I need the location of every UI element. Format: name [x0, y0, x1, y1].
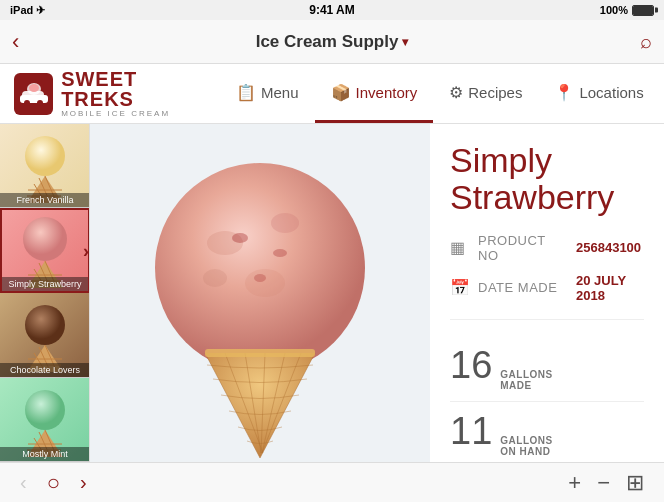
tab-menu[interactable]: 📋 Menu — [220, 64, 315, 123]
stats-section: 16 GALLONS MADE 11 GALLONS ON HAND 12% M… — [450, 336, 644, 462]
svg-point-39 — [232, 233, 248, 243]
mint-label: Mostly Mint — [0, 447, 90, 461]
menu-tab-label: Menu — [261, 84, 299, 101]
product-name: Simply Strawberry — [450, 142, 644, 217]
grid-button[interactable]: ⊞ — [626, 470, 644, 496]
nav-bar: ‹ Ice Cream Supply ▾ ⌕ — [0, 20, 664, 64]
gallons-made-row: 16 GALLONS MADE — [450, 336, 644, 402]
date-made-label: DATE MADE — [478, 280, 568, 295]
svg-point-34 — [155, 163, 365, 373]
svg-point-3 — [37, 100, 43, 106]
product-no-row: ▦ PRODUCT NO 256843100 — [450, 233, 644, 263]
product-name-line2: Strawberry — [450, 178, 614, 216]
logo-icon — [14, 73, 53, 115]
recipes-tab-label: Recipes — [468, 84, 522, 101]
product-no-icon: ▦ — [450, 238, 470, 257]
tab-locations[interactable]: 📍 Locations — [538, 64, 659, 123]
inventory-tab-label: Inventory — [356, 84, 418, 101]
svg-rect-50 — [205, 349, 315, 357]
svg-point-41 — [254, 274, 266, 282]
app-tagline: MOBILE ICE CREAM — [61, 109, 206, 118]
menu-tab-icon: 📋 — [236, 83, 256, 102]
svg-point-6 — [25, 136, 65, 176]
locations-tab-icon: 📍 — [554, 83, 574, 102]
svg-point-38 — [203, 269, 227, 287]
sidebar-item-chocolate-lovers[interactable]: Chocolate Lovers — [0, 293, 90, 377]
product-meta: ▦ PRODUCT NO 256843100 📅 DATE MADE 20 JU… — [450, 233, 644, 320]
app-name: SWEET TREKS — [61, 69, 206, 109]
tab-inventory[interactable]: 📦 Inventory — [315, 64, 434, 123]
gallons-on-hand-unit-2: ON HAND — [500, 446, 552, 457]
date-made-icon: 📅 — [450, 278, 470, 297]
nav-tabs: 📋 Menu 📦 Inventory ⚙ Recipes 📍 Locations — [220, 64, 664, 123]
recipes-tab-icon: ⚙ — [449, 83, 463, 102]
product-name-line1: Simply — [450, 141, 552, 179]
svg-marker-42 — [205, 353, 315, 458]
nav-title-dropdown-icon[interactable]: ▾ — [402, 35, 408, 49]
detail-panel: Simply Strawberry ▦ PRODUCT NO 256843100… — [430, 124, 664, 462]
toolbar-actions: + − ⊞ — [568, 470, 644, 496]
active-arrow-icon: › — [83, 240, 89, 261]
home-nav-button[interactable]: ○ — [47, 470, 60, 496]
svg-rect-1 — [20, 95, 48, 103]
sidebar: French Vanilla Simply Strawberry › — [0, 124, 90, 462]
vanilla-label: French Vanilla — [0, 193, 90, 207]
product-no-label: PRODUCT NO — [478, 233, 568, 263]
toolbar-nav: ‹ ○ › — [20, 470, 87, 496]
logo-section: SWEET TREKS MOBILE ICE CREAM — [0, 69, 220, 118]
back-nav-button[interactable]: ‹ — [20, 471, 27, 494]
locations-tab-label: Locations — [579, 84, 643, 101]
svg-point-5 — [29, 84, 39, 92]
inventory-tab-icon: 📦 — [331, 83, 351, 102]
gallons-on-hand-unit: GALLONS ON HAND — [500, 435, 552, 457]
sidebar-item-french-vanilla[interactable]: French Vanilla — [0, 124, 90, 208]
gallons-made-unit: GALLONS MADE — [500, 369, 552, 391]
logo-text: SWEET TREKS MOBILE ICE CREAM — [61, 69, 206, 118]
search-button[interactable]: ⌕ — [640, 30, 652, 53]
forward-nav-button[interactable]: › — [80, 471, 87, 494]
svg-point-36 — [271, 213, 299, 233]
sidebar-item-simply-strawberry[interactable]: Simply Strawberry › — [0, 208, 90, 293]
svg-point-13 — [23, 217, 67, 261]
gallons-on-hand-row: 11 GALLONS ON HAND — [450, 402, 644, 462]
status-time: 9:41 AM — [309, 3, 355, 17]
svg-point-2 — [24, 100, 30, 106]
battery-icon — [632, 5, 654, 16]
gallons-made-unit-2: MADE — [500, 380, 552, 391]
chocolate-label: Chocolate Lovers — [0, 363, 90, 377]
gallons-on-hand-unit-1: GALLONS — [500, 435, 552, 446]
date-made-value: 20 JULY 2018 — [576, 273, 644, 303]
sidebar-item-mostly-mint[interactable]: Mostly Mint — [0, 378, 90, 462]
product-image-area — [90, 124, 430, 462]
back-button[interactable]: ‹ — [12, 29, 19, 55]
logo-bar: SWEET TREKS MOBILE ICE CREAM 📋 Menu 📦 In… — [0, 64, 664, 124]
battery-percent: 100% — [600, 4, 628, 16]
svg-point-20 — [25, 305, 65, 345]
gallons-on-hand-value: 11 — [450, 412, 492, 450]
product-image — [105, 124, 415, 462]
nav-title: Ice Cream Supply ▾ — [256, 32, 409, 52]
status-left: iPad ✈ — [10, 4, 45, 17]
strawberry-label: Simply Strawberry — [2, 277, 88, 291]
minus-button[interactable]: − — [597, 470, 610, 496]
date-made-row: 📅 DATE MADE 20 JULY 2018 — [450, 273, 644, 303]
tab-recipes[interactable]: ⚙ Recipes — [433, 64, 538, 123]
signal-icon: iPad ✈ — [10, 4, 45, 17]
product-no-value: 256843100 — [576, 240, 641, 255]
nav-title-text: Ice Cream Supply — [256, 32, 399, 52]
gallons-made-unit-1: GALLONS — [500, 369, 552, 380]
svg-point-27 — [25, 390, 65, 430]
gallons-made-value: 16 — [450, 346, 492, 384]
bottom-toolbar: ‹ ○ › + − ⊞ — [0, 462, 664, 502]
status-right: 100% — [600, 4, 654, 16]
status-bar: iPad ✈ 9:41 AM 100% — [0, 0, 664, 20]
svg-point-40 — [273, 249, 287, 257]
main-content: French Vanilla Simply Strawberry › — [0, 124, 664, 462]
svg-point-37 — [245, 269, 285, 297]
add-button[interactable]: + — [568, 470, 581, 496]
